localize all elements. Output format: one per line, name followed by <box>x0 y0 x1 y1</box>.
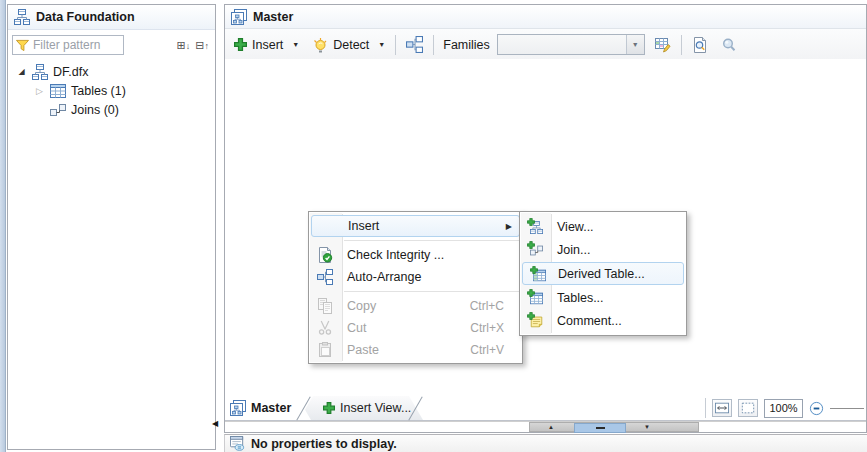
tree-item-root[interactable]: ◢ DF.dfx <box>8 62 215 81</box>
fit-width-button[interactable] <box>712 399 732 417</box>
tree-buttons: ⊞↓ ⊟↑ <box>177 36 211 55</box>
menu-item-copy[interactable]: Copy Ctrl+C <box>309 295 522 317</box>
menu-item-insert[interactable]: Insert ▶ <box>311 215 520 237</box>
families-label: Families <box>443 38 490 52</box>
zoom-slider[interactable] <box>830 408 864 409</box>
tree-item-label: DF.dfx <box>53 65 88 79</box>
menu-item-label: Join... <box>557 243 590 257</box>
tab-label: Insert View... <box>340 401 411 415</box>
filter-box <box>12 35 124 55</box>
data-foundation-panel-header: Data Foundation <box>8 5 215 30</box>
toolbar-separator <box>705 398 706 418</box>
chevron-down-icon[interactable]: ▼ <box>292 41 299 48</box>
data-foundation-icon <box>14 9 30 25</box>
status-message: No properties to display. <box>251 437 397 451</box>
menu-item-auto-arrange[interactable]: Auto-Arrange <box>309 266 522 288</box>
submenu-item-view[interactable]: View... <box>520 215 686 238</box>
cut-icon <box>317 320 333 336</box>
insert-button[interactable]: Insert ▼ <box>231 36 302 54</box>
fit-page-button[interactable] <box>738 399 758 417</box>
edit-families-icon <box>655 37 671 53</box>
submenu-item-tables[interactable]: Tables... <box>520 286 686 309</box>
expand-all-button[interactable]: ⊞↓ <box>177 36 191 55</box>
filter-row: ⊞↓ ⊟↑ <box>12 35 211 55</box>
data-foundation-panel: Data Foundation ⊞↓ ⊟↑ ◢ DF.dfx ▷ Tables … <box>7 4 216 450</box>
chevron-down-icon[interactable]: ▼ <box>378 41 385 48</box>
window-edge <box>0 0 6 452</box>
search-button[interactable] <box>718 35 740 55</box>
scroll-left-arrow-icon[interactable]: ▲ <box>548 423 554 432</box>
scrollbar-track[interactable]: ▲ ▼ <box>529 422 699 432</box>
submenu-arrow-icon: ▶ <box>506 222 512 231</box>
tree-item-label: Tables (1) <box>71 84 126 98</box>
insert-submenu: View... Join... Derived Table... Tables.… <box>519 211 687 336</box>
fit-page-icon <box>741 401 755 415</box>
zoom-level-field[interactable]: 100% <box>764 399 803 418</box>
toolbar-separator <box>433 35 434 55</box>
menu-item-check-integrity[interactable]: Check Integrity ... <box>309 244 522 266</box>
filter-input[interactable] <box>13 36 123 54</box>
toolbar-separator <box>681 35 682 55</box>
auto-arrange-icon <box>406 36 423 53</box>
tab-insert-view[interactable]: Insert View... <box>299 396 423 420</box>
master-view-icon <box>231 9 247 25</box>
data-foundation-editor-window: Data Foundation ⊞↓ ⊟↑ ◢ DF.dfx ▷ Tables … <box>0 0 867 452</box>
scrollbar-thumb[interactable] <box>574 423 626 433</box>
tree-item-tables[interactable]: ▷ Tables (1) <box>8 81 215 100</box>
paste-icon <box>317 342 333 358</box>
families-combobox[interactable]: ▼ <box>497 34 645 55</box>
detect-bulb-icon <box>312 37 328 53</box>
zoom-controls: 100% <box>705 396 864 420</box>
menu-item-label: Auto-Arrange <box>347 270 421 284</box>
add-view-icon <box>323 402 335 414</box>
master-editor-header: Master <box>225 5 866 29</box>
join-icon <box>50 102 66 118</box>
detect-button[interactable]: Detect ▼ <box>309 35 388 55</box>
insert-button-label: Insert <box>252 38 283 52</box>
menu-item-paste[interactable]: Paste Ctrl+V <box>309 339 522 361</box>
horizontal-scrollbar[interactable]: ▲ ▼ <box>225 421 866 432</box>
zoom-out-button[interactable] <box>809 401 824 416</box>
menu-item-cut[interactable]: Cut Ctrl+X <box>309 317 522 339</box>
chevron-down-icon[interactable]: ▼ <box>626 35 644 54</box>
tree-item-label: Joins (0) <box>71 103 119 117</box>
show-values-icon <box>692 37 708 53</box>
submenu-item-comment[interactable]: Comment... <box>520 309 686 332</box>
fit-width-icon <box>715 401 729 415</box>
menu-item-label: Check Integrity ... <box>347 248 444 262</box>
add-tables-icon <box>527 289 543 305</box>
context-menu: Insert ▶ Check Integrity ... Auto-Arrang… <box>308 211 523 364</box>
submenu-item-join[interactable]: Join... <box>520 238 686 261</box>
collapsed-arrow-icon[interactable]: ▷ <box>34 86 45 96</box>
data-foundation-icon <box>32 64 48 80</box>
auto-arrange-icon <box>317 269 333 285</box>
toolbar-separator <box>395 35 396 55</box>
scroll-right-arrow-icon[interactable]: ▼ <box>644 423 650 432</box>
menu-item-shortcut: Ctrl+X <box>470 321 514 335</box>
edit-families-button[interactable] <box>652 35 674 55</box>
menu-item-label: Comment... <box>557 314 622 328</box>
add-derived-table-icon <box>530 266 546 282</box>
editor-title: Master <box>253 10 293 24</box>
tree-item-joins[interactable]: Joins (0) <box>8 100 215 119</box>
auto-arrange-button[interactable] <box>403 34 426 55</box>
show-values-button[interactable] <box>689 35 711 55</box>
menu-separator <box>344 291 519 292</box>
thumb-grip <box>596 427 605 429</box>
menu-item-label: Cut <box>347 321 366 335</box>
table-icon <box>50 83 66 99</box>
collapse-all-button[interactable]: ⊟↑ <box>195 36 209 55</box>
detect-button-label: Detect <box>333 38 369 52</box>
data-foundation-tree: ◢ DF.dfx ▷ Tables (1) Joins (0) <box>8 62 215 119</box>
menu-separator <box>344 240 519 241</box>
filter-funnel-icon <box>16 39 29 52</box>
insert-plus-icon <box>234 38 247 51</box>
submenu-item-derived-table[interactable]: Derived Table... <box>522 262 684 285</box>
menu-item-label: Insert <box>348 219 379 233</box>
check-integrity-icon <box>317 247 333 263</box>
menu-item-label: Tables... <box>557 291 604 305</box>
properties-icon <box>230 436 245 451</box>
expanded-arrow-icon[interactable]: ◢ <box>16 67 27 76</box>
menu-item-shortcut: Ctrl+C <box>470 299 514 313</box>
sash-collapse-icon[interactable]: ◀ <box>212 419 218 428</box>
